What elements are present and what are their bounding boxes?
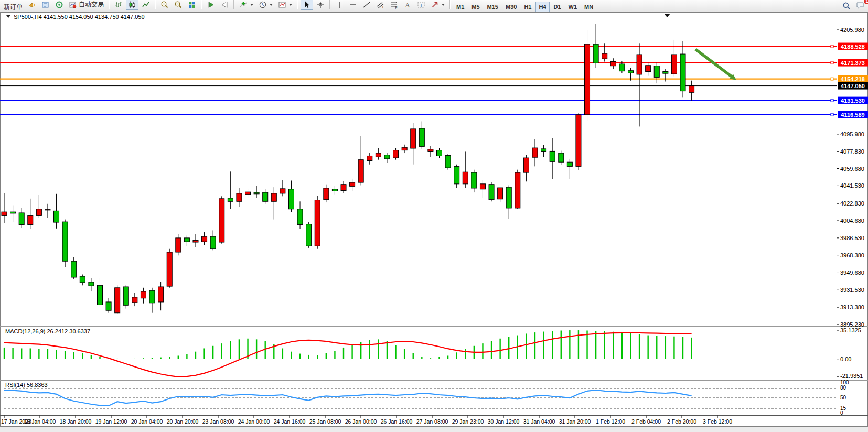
cursor-button[interactable]	[301, 0, 313, 10]
candle	[297, 209, 303, 225]
crosshair-button[interactable]	[314, 0, 327, 10]
autotrade-icon	[69, 1, 77, 9]
time-tick-label: 20 Jan 04:00	[131, 418, 163, 425]
timeframe-h4-button[interactable]: H4	[535, 2, 549, 12]
signal-button[interactable]	[53, 0, 66, 10]
price-tick-label: 4004.680	[840, 218, 864, 224]
arrows-button[interactable]	[428, 0, 447, 10]
hline-handle[interactable]	[831, 113, 833, 116]
timeframe-mn-button[interactable]: MN	[581, 2, 596, 12]
candle	[602, 53, 607, 59]
auto-scroll-button[interactable]	[205, 0, 217, 10]
timeframe-m15-button[interactable]: M15	[484, 2, 501, 12]
candle	[306, 224, 312, 246]
candle	[585, 44, 590, 115]
candle	[402, 147, 407, 150]
fibonacci-button[interactable]: F	[388, 0, 400, 10]
chevron-down-icon	[270, 4, 273, 6]
price-tick-label: 3931.530	[840, 287, 864, 293]
time-tick-label: 29 Jan 23:00	[452, 418, 484, 425]
periods-button[interactable]	[256, 0, 275, 10]
new-order-label: 新订单	[4, 3, 23, 12]
candle	[167, 252, 172, 286]
hline-price-text: 4188.528	[841, 44, 865, 50]
hline-handle[interactable]	[831, 61, 833, 64]
arrows-icon	[431, 1, 439, 9]
hline-price-text: 4154.218	[841, 76, 865, 82]
candle	[419, 128, 424, 146]
horizontal-line-button[interactable]	[347, 0, 359, 10]
candle	[10, 212, 16, 213]
timeframe-w1-button[interactable]: W1	[565, 2, 581, 12]
search-icon	[842, 2, 851, 10]
bar-chart-button[interactable]	[112, 0, 125, 10]
price-tick-label: 4041.530	[840, 182, 864, 189]
new-order-button[interactable]: 新订单	[2, 2, 25, 12]
zoom-out-button[interactable]	[172, 0, 185, 10]
candle	[437, 150, 442, 156]
candle	[523, 158, 529, 172]
alert-button[interactable]	[26, 0, 38, 10]
chevron-down-icon	[442, 4, 445, 6]
time-tick-label: 18 Jan 20:00	[60, 418, 92, 425]
news-icon	[41, 1, 50, 9]
templates-button[interactable]	[276, 0, 294, 10]
indicators-button[interactable]	[237, 0, 255, 10]
search-button[interactable]	[840, 1, 853, 11]
fibonacci-icon: F	[390, 1, 398, 9]
chart-shift-button[interactable]	[218, 0, 231, 10]
chart-svg[interactable]: SP500-,H4 4141.550 4154.050 4134.750 414…	[0, 12, 868, 432]
zoom-in-button[interactable]	[158, 0, 171, 10]
tile-windows-button[interactable]	[186, 0, 198, 10]
auto-scroll-icon	[207, 1, 215, 9]
macd-label: MACD(12,26,9) 26.2412 30.6337	[5, 328, 90, 334]
candle	[680, 54, 685, 91]
hline-handle[interactable]	[831, 99, 833, 102]
line-chart-button[interactable]	[140, 0, 152, 10]
autotrade-button[interactable]: 自动交易	[67, 0, 106, 10]
candle	[593, 44, 598, 63]
timeframe-d1-button[interactable]: D1	[551, 2, 564, 12]
hline-handle[interactable]	[831, 45, 833, 48]
candle	[141, 291, 146, 298]
text-button[interactable]: A	[401, 0, 414, 10]
candle	[411, 129, 416, 148]
time-tick-label: 2 Feb 04:00	[631, 418, 661, 425]
candle	[515, 172, 520, 208]
candle	[123, 287, 128, 305]
candle	[254, 192, 259, 194]
toolbar-separator	[297, 0, 298, 9]
candle	[454, 166, 459, 183]
trendline-button[interactable]	[360, 0, 373, 10]
candle	[628, 71, 633, 73]
toolbar-right: 1	[840, 0, 867, 12]
candle	[132, 297, 137, 303]
vertical-line-button[interactable]	[333, 0, 346, 10]
candle	[332, 189, 337, 191]
candlestick-button[interactable]	[126, 0, 138, 10]
candle	[358, 160, 363, 182]
chat-button[interactable]: 1	[853, 0, 867, 12]
time-tick-label: 24 Jan 00:00	[238, 418, 270, 425]
candle	[62, 222, 68, 261]
current-price-text: 4147.050	[841, 83, 865, 89]
timeframe-m5-button[interactable]: M5	[468, 2, 483, 12]
rsi-label: RSI(14) 56.8363	[5, 382, 48, 388]
candle	[288, 189, 294, 209]
text-label-button[interactable]: T	[415, 0, 427, 10]
candle	[193, 240, 198, 242]
price-tick-label: 4095.980	[840, 131, 864, 137]
timeframe-m1-button[interactable]: M1	[453, 2, 467, 12]
timeframe-m30-button[interactable]: M30	[502, 2, 520, 12]
timeframe-h1-button[interactable]: H1	[521, 2, 534, 12]
candle	[463, 172, 468, 184]
candle	[80, 276, 85, 283]
vertical-line-icon	[335, 1, 344, 9]
candle	[36, 209, 41, 216]
channel-button[interactable]: E	[374, 0, 387, 10]
hline-handle[interactable]	[831, 78, 833, 80]
candle	[176, 238, 181, 252]
news-button[interactable]	[39, 0, 52, 10]
candle	[54, 211, 59, 222]
candle	[115, 288, 120, 313]
